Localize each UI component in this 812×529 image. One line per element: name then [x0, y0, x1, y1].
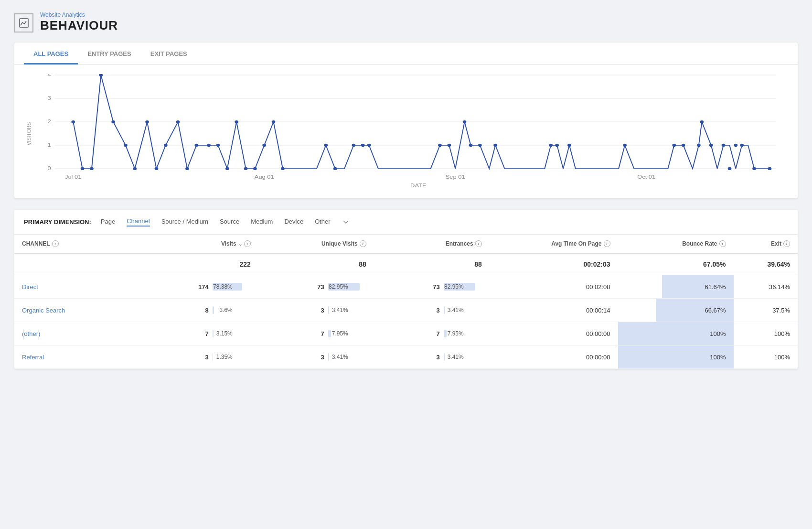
page-tabs: ALL PAGES ENTRY PAGES EXIT PAGES	[14, 43, 798, 65]
visits-value: 7	[194, 330, 209, 337]
entrances-value: 3	[426, 307, 440, 314]
channel-link[interactable]: Organic Search	[22, 307, 65, 314]
svg-point-17	[81, 167, 85, 170]
svg-text:Sep 01: Sep 01	[446, 174, 465, 180]
svg-point-61	[740, 144, 744, 147]
exit-cell: 100%	[734, 345, 798, 369]
avg-time-cell: 00:00:00	[490, 322, 618, 345]
svg-point-31	[225, 167, 229, 170]
unique-visits-pct: 7.95%	[328, 330, 348, 337]
svg-text:3: 3	[48, 95, 51, 101]
primary-dimension-row: PRIMARY DIMENSION: Page Channel Source /…	[14, 210, 798, 235]
visits-value: 174	[194, 283, 209, 291]
visits-cell: 7 3.15%	[143, 322, 258, 345]
total-channel-cell	[14, 253, 143, 275]
total-unique-visits-cell: 88	[258, 253, 374, 275]
unique-visits-cell: 3 3.41%	[258, 299, 374, 322]
tab-all-pages[interactable]: ALL PAGES	[24, 43, 78, 65]
data-table-card: PRIMARY DIMENSION: Page Channel Source /…	[14, 210, 798, 369]
table-row: (other) 7 3.15% 7 7.95% 7 7.95% 00:00:00…	[14, 322, 798, 345]
table-row: Referral 3 1.35% 3 3.41% 3 3.41% 00:00:0…	[14, 345, 798, 369]
total-entrances-cell: 88	[374, 253, 490, 275]
tab-entry-pages[interactable]: ENTRY PAGES	[78, 43, 141, 65]
visits-pct: 3.15%	[213, 330, 233, 337]
dim-medium[interactable]: Medium	[251, 218, 273, 226]
col-entrances: Entrances i	[374, 235, 490, 253]
svg-rect-0	[20, 19, 28, 27]
entrances-pct: 7.95%	[444, 330, 464, 337]
entrances-info-icon[interactable]: i	[475, 240, 482, 247]
dim-other[interactable]: Other	[315, 218, 331, 226]
svg-point-62	[752, 167, 756, 170]
dim-source-medium[interactable]: Source / Medium	[161, 218, 208, 226]
channel-cell: Organic Search	[14, 299, 143, 322]
dim-channel[interactable]: Channel	[127, 217, 150, 227]
dim-device[interactable]: Device	[284, 218, 303, 226]
unique-visits-pct: 3.41%	[328, 354, 348, 360]
channel-link[interactable]: (other)	[22, 330, 40, 337]
svg-text:2: 2	[48, 119, 51, 124]
svg-text:0: 0	[48, 165, 52, 171]
svg-point-24	[155, 167, 159, 170]
channel-link[interactable]: Referral	[22, 354, 44, 361]
svg-point-16	[71, 120, 75, 123]
svg-text:Oct 01: Oct 01	[637, 174, 655, 180]
col-avg-time: Avg Time On Page i	[490, 235, 618, 253]
bounce-rate-info-icon[interactable]: i	[719, 240, 726, 247]
svg-point-55	[697, 144, 701, 147]
chart-svg: VISITORS 0 1 2 3 4 Jul 01 Aug 01 Sep 01 …	[24, 74, 788, 194]
svg-point-30	[216, 144, 220, 147]
channel-info-icon[interactable]: i	[52, 240, 59, 247]
total-bounce-rate-cell: 67.05%	[618, 253, 734, 275]
y-axis-label: VISITORS	[25, 122, 32, 146]
chart-card: ALL PAGES ENTRY PAGES EXIT PAGES VISITOR…	[14, 43, 798, 198]
dim-page[interactable]: Page	[101, 218, 115, 226]
entrances-cell: 3 3.41%	[374, 299, 490, 322]
col-unique-visits: Unique Visits i	[258, 235, 374, 253]
svg-point-51	[567, 144, 571, 147]
col-visits: Visits ⌄ i	[143, 235, 258, 253]
dim-more-button[interactable]	[342, 218, 350, 226]
svg-point-54	[682, 144, 685, 147]
svg-point-20	[111, 120, 115, 123]
channel-cell: (other)	[14, 322, 143, 345]
svg-point-39	[333, 167, 337, 170]
svg-point-48	[493, 144, 497, 147]
unique-visits-value: 3	[310, 307, 324, 314]
svg-point-36	[272, 120, 276, 123]
svg-point-32	[235, 120, 238, 123]
bounce-rate-cell: 61.64%	[618, 275, 734, 299]
svg-point-50	[555, 144, 559, 147]
svg-text:4: 4	[48, 74, 52, 77]
avg-time-cell: 00:00:00	[490, 345, 618, 369]
svg-point-21	[124, 144, 128, 147]
avg-time-cell: 00:02:08	[490, 275, 618, 299]
svg-point-56	[700, 120, 704, 123]
page-title: BEHAVIOUR	[40, 18, 118, 33]
channel-cell: Referral	[14, 345, 143, 369]
exit-info-icon[interactable]: i	[783, 240, 790, 247]
exit-cell: 100%	[734, 322, 798, 345]
dimension-options: Page Channel Source / Medium Source Medi…	[101, 217, 350, 227]
entrances-cell: 7 7.95%	[374, 322, 490, 345]
avg-time-info-icon[interactable]: i	[604, 240, 610, 247]
channel-link[interactable]: Direct	[22, 283, 38, 291]
analytics-icon	[14, 13, 33, 32]
table-row: Organic Search 8 3.6% 3 3.41% 3 3.41% 00…	[14, 299, 798, 322]
svg-point-63	[768, 167, 771, 170]
visits-pct: 1.35%	[213, 354, 233, 360]
tab-exit-pages[interactable]: EXIT PAGES	[141, 43, 197, 65]
svg-point-28	[194, 144, 198, 147]
svg-point-26	[176, 120, 180, 123]
header-text: Website Analytics BEHAVIOUR	[40, 11, 118, 33]
svg-point-37	[281, 167, 285, 170]
dim-source[interactable]: Source	[220, 218, 239, 226]
visits-sort-icon[interactable]: ⌄	[238, 241, 242, 247]
unique-visits-value: 3	[310, 354, 324, 361]
visits-value: 8	[194, 307, 209, 314]
svg-point-60	[734, 144, 737, 147]
unique-visits-info-icon[interactable]: i	[360, 240, 366, 247]
visits-cell: 3 1.35%	[143, 345, 258, 369]
svg-point-59	[728, 167, 732, 170]
visits-info-icon[interactable]: i	[244, 240, 251, 247]
